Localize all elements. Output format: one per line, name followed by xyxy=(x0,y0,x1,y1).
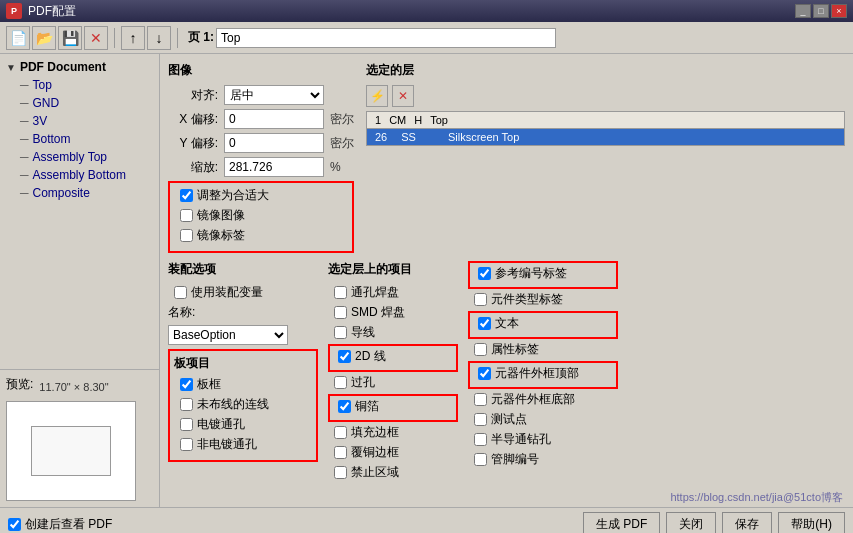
frame-label: 板框 xyxy=(197,376,221,393)
unrouted-row: 未布线的连线 xyxy=(174,396,312,413)
via-checkbox[interactable] xyxy=(334,376,347,389)
assembly-name-select[interactable]: BaseOption xyxy=(168,325,288,345)
toolbar-separator xyxy=(114,28,115,48)
image-section-title: 图像 xyxy=(168,62,354,79)
tree-item-top[interactable]: ─ Top xyxy=(0,76,159,94)
2d-row: 2D 线 xyxy=(332,348,454,365)
assembly-name-row: 名称: xyxy=(168,304,318,321)
test-pt-checkbox[interactable] xyxy=(474,413,487,426)
attr-label: 属性标签 xyxy=(491,341,539,358)
scale-input[interactable] xyxy=(224,157,324,177)
comp-type-checkbox[interactable] xyxy=(474,293,487,306)
unrouted-checkbox[interactable] xyxy=(180,398,193,411)
fill-label: 填充边框 xyxy=(351,424,399,441)
2d-label: 2D 线 xyxy=(355,348,386,365)
mirror-mark-checkbox[interactable] xyxy=(180,229,193,242)
npth-via-label: 非电镀通孔 xyxy=(197,436,257,453)
tree-expand-icon: ▼ xyxy=(6,62,16,73)
2d-checkbox[interactable] xyxy=(338,350,351,363)
generate-pdf-button[interactable]: 生成 PDF xyxy=(583,512,660,533)
comp-top-checkbox[interactable] xyxy=(478,367,491,380)
toolbar: 📄 📂 💾 ✕ ↑ ↓ 页 1: xyxy=(0,22,853,54)
close-button[interactable]: × xyxy=(831,4,847,18)
top-section: 图像 对齐: 居中 X 偏移: 密尔 Y 偏移: 密尔 xyxy=(168,62,845,253)
layers-remove-btn[interactable]: ✕ xyxy=(392,85,414,107)
tree-item-assembly-top[interactable]: ─ Assembly Top xyxy=(0,148,159,166)
ref-red-border: 参考编号标签 xyxy=(468,261,618,289)
right-checkboxes-section: 参考编号标签 元件类型标签 文本 属性标签 xyxy=(468,261,618,484)
close-button-bar[interactable]: 关闭 xyxy=(666,512,716,533)
col-cm: CM xyxy=(385,114,410,126)
scale-label: 缩放: xyxy=(168,159,218,176)
fill-checkbox[interactable] xyxy=(334,426,347,439)
tree-item-assembly-bottom[interactable]: ─ Assembly Bottom xyxy=(0,166,159,184)
new-button[interactable]: 📄 xyxy=(6,26,30,50)
copper-red-border: 铜箔 xyxy=(328,394,458,422)
half-hole-checkbox[interactable] xyxy=(474,433,487,446)
th-pad-checkbox[interactable] xyxy=(334,286,347,299)
tube-checkbox[interactable] xyxy=(474,453,487,466)
text-checkbox[interactable] xyxy=(478,317,491,330)
move-up-button[interactable]: ↑ xyxy=(121,26,145,50)
titlebar-title: PDF配置 xyxy=(28,3,76,20)
open-button[interactable]: 📂 xyxy=(32,26,56,50)
titlebar-left: P PDF配置 xyxy=(6,3,76,20)
layers-header: 1 CM H Top xyxy=(367,112,844,129)
attr-checkbox[interactable] xyxy=(474,343,487,356)
via-label: 过孔 xyxy=(351,374,375,391)
help-button[interactable]: 帮助(H) xyxy=(778,512,845,533)
titlebar: P PDF配置 _ □ × xyxy=(0,0,853,22)
x-offset-unit: 密尔 xyxy=(330,111,354,128)
layers-add-btn[interactable]: ⚡ xyxy=(366,85,388,107)
tree-item-composite[interactable]: ─ Composite xyxy=(0,184,159,202)
npth-via-checkbox[interactable] xyxy=(180,438,193,451)
restrict-checkbox[interactable] xyxy=(334,466,347,479)
text-row: 文本 xyxy=(472,315,614,332)
bottom-bar-right: 生成 PDF 关闭 保存 帮助(H) xyxy=(583,512,845,533)
mirror-checkbox[interactable] xyxy=(180,209,193,222)
move-down-button[interactable]: ↓ xyxy=(147,26,171,50)
ref-checkbox[interactable] xyxy=(478,267,491,280)
delete-button[interactable]: ✕ xyxy=(84,26,108,50)
page-input[interactable] xyxy=(216,28,556,48)
image-section: 图像 对齐: 居中 X 偏移: 密尔 Y 偏移: 密尔 xyxy=(168,62,354,253)
keepout-label: 覆铜边框 xyxy=(351,444,399,461)
wire-row: 导线 xyxy=(328,324,458,341)
wire-checkbox[interactable] xyxy=(334,326,347,339)
preview-size: 11.70" × 8.30" xyxy=(39,381,108,393)
use-var-checkbox[interactable] xyxy=(174,286,187,299)
keepout-checkbox[interactable] xyxy=(334,446,347,459)
smd-pad-checkbox[interactable] xyxy=(334,306,347,319)
y-offset-unit: 密尔 xyxy=(330,135,354,152)
use-var-row: 使用装配变量 xyxy=(168,284,318,301)
copper-checkbox[interactable] xyxy=(338,400,351,413)
comp-bot-label: 元器件外框底部 xyxy=(491,391,575,408)
tree-item-3v[interactable]: ─ 3V xyxy=(0,112,159,130)
th-pad-label: 通孔焊盘 xyxy=(351,284,399,301)
minimize-button[interactable]: _ xyxy=(795,4,811,18)
adjust-checkbox[interactable] xyxy=(180,189,193,202)
frame-row: 板框 xyxy=(174,376,312,393)
layer-row[interactable]: 26 SS Silkscreen Top xyxy=(367,129,844,145)
half-hole-row: 半导通钻孔 xyxy=(468,431,618,448)
toolbar-separator2 xyxy=(177,28,178,48)
save-button-bar[interactable]: 保存 xyxy=(722,512,772,533)
align-label: 对齐: xyxy=(168,87,218,104)
tree-root[interactable]: ▼ PDF Document xyxy=(0,58,159,76)
open-after-checkbox[interactable] xyxy=(8,518,21,531)
tree-item-gnd[interactable]: ─ GND xyxy=(0,94,159,112)
open-after-label: 创建后查看 PDF xyxy=(25,516,112,533)
comp-type-label: 元件类型标签 xyxy=(491,291,563,308)
frame-checkbox[interactable] xyxy=(180,378,193,391)
tree-item-bottom[interactable]: ─ Bottom xyxy=(0,130,159,148)
comp-bot-checkbox[interactable] xyxy=(474,393,487,406)
pwr-via-checkbox[interactable] xyxy=(180,418,193,431)
align-select[interactable]: 居中 xyxy=(224,85,324,105)
selected-items-title: 选定层上的项目 xyxy=(328,261,458,278)
y-offset-input[interactable] xyxy=(224,133,324,153)
maximize-button[interactable]: □ xyxy=(813,4,829,18)
npth-via-row: 非电镀通孔 xyxy=(174,436,312,453)
mirror-checkbox-row: 镜像图像 xyxy=(174,207,348,224)
x-offset-input[interactable] xyxy=(224,109,324,129)
save-button[interactable]: 💾 xyxy=(58,26,82,50)
